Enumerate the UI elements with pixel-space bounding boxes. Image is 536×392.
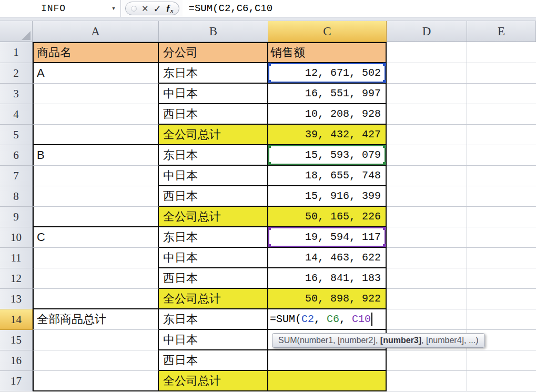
row-header-11[interactable]: 11	[0, 248, 33, 268]
column-header-A[interactable]: A	[33, 21, 159, 42]
cell-C1[interactable]: 销售额	[268, 42, 387, 63]
cell-A8[interactable]	[33, 186, 159, 207]
cell-A17[interactable]	[33, 371, 159, 391]
cell-B12[interactable]: 西日本	[159, 268, 268, 289]
formula-input[interactable]: =SUM(C2,C6,C10	[183, 0, 536, 17]
cell-A11[interactable]	[33, 248, 159, 268]
row-header-3[interactable]: 3	[0, 84, 33, 104]
row-header-2[interactable]: 2	[0, 63, 33, 84]
cell-D17[interactable]	[387, 371, 467, 391]
column-header-C[interactable]: C	[268, 21, 387, 42]
cell-B4[interactable]: 西日本	[159, 104, 268, 125]
cell-E6[interactable]	[467, 145, 536, 166]
cell-A16[interactable]	[33, 350, 159, 371]
cell-C10[interactable]: 19, 594, 117	[268, 227, 387, 248]
cell-B17[interactable]: 全公司总计	[159, 371, 268, 391]
enter-button[interactable]: ✓	[153, 3, 161, 14]
cell-B5[interactable]: 全公司总计	[159, 125, 268, 145]
select-all-corner[interactable]	[0, 21, 33, 42]
cell-C3[interactable]: 16, 551, 997	[268, 84, 387, 104]
cell-D13[interactable]	[387, 289, 467, 309]
row-header-7[interactable]: 7	[0, 166, 33, 186]
row-header-9[interactable]: 9	[0, 207, 33, 227]
cell-E4[interactable]	[467, 104, 536, 125]
row-header-8[interactable]: 8	[0, 186, 33, 207]
cell-C13[interactable]: 50, 898, 922	[268, 289, 387, 309]
cell-C5[interactable]: 39, 432, 427	[268, 125, 387, 145]
cell-A14[interactable]: 全部商品总计	[33, 309, 159, 330]
row-header-15[interactable]: 15	[0, 330, 33, 350]
cell-A7[interactable]	[33, 166, 159, 186]
cell-E9[interactable]	[467, 207, 536, 227]
column-header-B[interactable]: B	[159, 21, 268, 42]
cell-D16[interactable]	[387, 350, 467, 371]
cell-A4[interactable]	[33, 104, 159, 125]
cell-C8[interactable]: 15, 916, 399	[268, 186, 387, 207]
cell-D2[interactable]	[387, 63, 467, 84]
row-header-4[interactable]: 4	[0, 104, 33, 125]
cell-C16[interactable]	[268, 350, 387, 371]
cell-B15[interactable]: 中日本	[159, 330, 268, 350]
cell-C4[interactable]: 10, 208, 928	[268, 104, 387, 125]
cell-D7[interactable]	[387, 166, 467, 186]
column-header-E[interactable]: E	[467, 21, 536, 42]
cell-B1[interactable]: 分公司	[159, 42, 268, 63]
cell-C11[interactable]: 14, 463, 622	[268, 248, 387, 268]
cell-B9[interactable]: 全公司总计	[159, 207, 268, 227]
cell-D11[interactable]	[387, 248, 467, 268]
cell-E3[interactable]	[467, 84, 536, 104]
cell-C7[interactable]: 18, 655, 748	[268, 166, 387, 186]
cell-B2[interactable]: 东日本	[159, 63, 268, 84]
cell-B14[interactable]: 东日本	[159, 309, 268, 330]
row-header-12[interactable]: 12	[0, 268, 33, 289]
cell-B13[interactable]: 全公司总计	[159, 289, 268, 309]
cell-B7[interactable]: 中日本	[159, 166, 268, 186]
row-header-16[interactable]: 16	[0, 350, 33, 371]
cell-A10[interactable]: C	[33, 227, 159, 248]
cancel-button[interactable]: ✕	[141, 4, 148, 14]
cell-E8[interactable]	[467, 186, 536, 207]
insert-function-button[interactable]: ƒx	[166, 3, 174, 14]
cell-E11[interactable]	[467, 248, 536, 268]
cell-A13[interactable]	[33, 289, 159, 309]
cell-B8[interactable]: 西日本	[159, 186, 268, 207]
chevron-down-icon[interactable]: ▼	[107, 6, 120, 11]
cell-E14[interactable]	[467, 309, 536, 330]
cell-B10[interactable]: 东日本	[159, 227, 268, 248]
cell-D6[interactable]	[387, 145, 467, 166]
name-box[interactable]: INFO ▼	[0, 0, 121, 17]
cell-E13[interactable]	[467, 289, 536, 309]
cell-B3[interactable]: 中日本	[159, 84, 268, 104]
cell-B16[interactable]: 西日本	[159, 350, 268, 371]
cell-D4[interactable]	[387, 104, 467, 125]
cell-E2[interactable]	[467, 63, 536, 84]
cell-D8[interactable]	[387, 186, 467, 207]
cell-B11[interactable]: 中日本	[159, 248, 268, 268]
row-header-14[interactable]: 14	[0, 309, 33, 330]
column-header-D[interactable]: D	[387, 21, 467, 42]
cell-E16[interactable]	[467, 350, 536, 371]
cell-C9[interactable]: 50, 165, 226	[268, 207, 387, 227]
cell-D9[interactable]	[387, 207, 467, 227]
cell-D10[interactable]	[387, 227, 467, 248]
cell-A15[interactable]	[33, 330, 159, 350]
cell-E10[interactable]	[467, 227, 536, 248]
cell-E7[interactable]	[467, 166, 536, 186]
row-header-13[interactable]: 13	[0, 289, 33, 309]
cell-C14[interactable]: =SUM(C2, C6, C10	[268, 309, 387, 330]
cell-E1[interactable]	[467, 42, 536, 63]
cell-A5[interactable]	[33, 125, 159, 145]
cell-D5[interactable]	[387, 125, 467, 145]
cell-E12[interactable]	[467, 268, 536, 289]
cell-E17[interactable]	[467, 371, 536, 391]
cell-A1[interactable]: 商品名	[33, 42, 159, 63]
cell-A12[interactable]	[33, 268, 159, 289]
cell-E5[interactable]	[467, 125, 536, 145]
cell-A9[interactable]	[33, 207, 159, 227]
cell-B6[interactable]: 东日本	[159, 145, 268, 166]
row-header-10[interactable]: 10	[0, 227, 33, 248]
row-header-17[interactable]: 17	[0, 371, 33, 391]
row-header-6[interactable]: 6	[0, 145, 33, 166]
row-header-1[interactable]: 1	[0, 42, 33, 63]
cell-A2[interactable]: A	[33, 63, 159, 84]
